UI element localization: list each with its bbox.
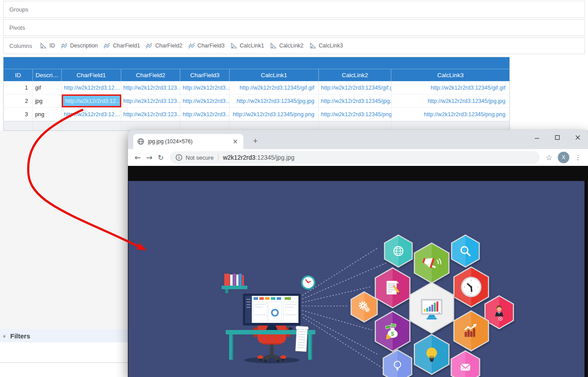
cell-description: gif: [33, 81, 62, 94]
highlighted-cell[interactable]: http://w2k12r2rd3:12…: [62, 94, 121, 107]
column-chip-calclink3[interactable]: CalcLink3: [310, 43, 343, 49]
column-chip-charfield1[interactable]: CharField1: [103, 43, 140, 49]
pivot-data-grid: ID Descri… CharField1 CharField2 CharFie…: [3, 57, 510, 131]
column-header-id[interactable]: ID: [4, 69, 33, 81]
cell-description: jpg: [33, 94, 62, 107]
sparkline-icon: [61, 43, 68, 49]
reload-button[interactable]: ↻: [155, 153, 167, 162]
tab-close-icon[interactable]: ×: [231, 137, 239, 145]
close-icon: [575, 135, 580, 140]
back-button[interactable]: ←: [132, 153, 143, 162]
grid-band-row: [4, 57, 509, 69]
column-header-calclink1[interactable]: CalcLink1: [230, 69, 319, 81]
pivots-label: Pivots: [9, 24, 25, 31]
cell-id: 1: [4, 81, 33, 94]
window-controls: [527, 130, 588, 145]
groups-label: Groups: [9, 6, 28, 13]
cell-link[interactable]: http://w2k12r2rd3:12…: [62, 81, 121, 94]
sparkline-icon: [146, 43, 153, 49]
column-chip-calclink1[interactable]: CalcLink1: [230, 43, 264, 49]
filters-label: Filters: [10, 332, 30, 340]
column-chip-charfield2[interactable]: CharField2: [146, 43, 182, 49]
cell-id: 2: [4, 94, 33, 107]
browser-tab[interactable]: jpg.jpg (1024×576) ×: [133, 134, 243, 149]
globe-favicon: [137, 138, 144, 145]
calc-triangle-icon: [270, 43, 277, 49]
column-chip-id[interactable]: ID: [40, 43, 55, 49]
column-header-calclink2[interactable]: CalcLink2: [319, 69, 392, 81]
minimize-icon: [534, 135, 540, 140]
minimize-button[interactable]: [527, 130, 547, 145]
cell-link[interactable]: http://w2k12r2rd3:123…: [121, 81, 181, 94]
cell-link[interactable]: http://w2k12r2rd3…: [180, 94, 230, 107]
cell-link[interactable]: http://w2k12r2rd3…: [180, 108, 230, 121]
close-button[interactable]: [568, 130, 588, 145]
chip-label: CharField1: [113, 43, 140, 49]
forward-button[interactable]: →: [143, 153, 155, 162]
chip-label: CalcLink2: [279, 43, 304, 49]
chip-label: ID: [49, 43, 55, 49]
address-separator: [218, 154, 219, 161]
cell-link[interactable]: http://w2k12r2rd3:12345/png.png: [230, 108, 319, 121]
jpg-image: [128, 181, 584, 377]
chip-label: CharField2: [155, 43, 182, 49]
envelope-icon: [461, 364, 470, 371]
browser-tab-strip: jpg.jpg (1024×576) × +: [128, 130, 588, 149]
table-row: 3 png http://w2k12r2rd3:12… http://w2k12…: [4, 108, 509, 121]
pivots-drop-area[interactable]: Pivots: [3, 19, 585, 36]
address-bar[interactable]: Not secure w2k12r2rd3 :12345/jpg.jpg: [170, 151, 540, 164]
menu-kebab-icon[interactable]: ⋮: [575, 153, 581, 161]
url-path: :12345/jpg.jpg: [255, 154, 294, 161]
calc-triangle-icon: [40, 43, 47, 49]
sparkline-icon: [188, 43, 195, 49]
grid-header-row: ID Descri… CharField1 CharField2 CharFie…: [4, 69, 509, 81]
cell-link[interactable]: http://w2k12r2rd3:12345/gif.gif: [230, 81, 319, 94]
cell-link[interactable]: http://w2k12r2rd3:12345/jpg.jpg: [230, 94, 319, 107]
columns-drop-area[interactable]: Columns ID Description CharField1 CharFi…: [3, 37, 585, 54]
cell-link[interactable]: http://w2k12r2rd3:12345/png.png: [319, 108, 392, 121]
url-host: w2k12r2rd3: [223, 154, 255, 161]
bookmark-star-icon[interactable]: ☆: [546, 153, 552, 162]
columns-label: Columns: [9, 43, 32, 49]
profile-avatar[interactable]: X: [558, 152, 569, 163]
chip-label: Description: [70, 43, 98, 49]
cell-link[interactable]: http://w2k12r2rd3:12345/png.png: [392, 108, 510, 121]
cell-link[interactable]: http://w2k12r2rd3:123…: [121, 94, 181, 107]
column-chip-list: ID Description CharField1 CharField2 Cha…: [40, 43, 343, 49]
cell-id: 3: [4, 108, 33, 121]
sparkline-icon: [103, 43, 111, 49]
tab-title: jpg.jpg (1024×576): [148, 138, 231, 145]
cell-link[interactable]: http://w2k12r2rd3…: [180, 81, 230, 94]
grid-filler-row: [4, 121, 509, 130]
column-chip-description[interactable]: Description: [61, 43, 98, 49]
cell-link[interactable]: http://w2k12r2rd3:12345/gif.gif: [392, 81, 510, 94]
double-chevron-down-icon: »: [1, 334, 8, 337]
info-icon: [175, 154, 183, 161]
cell-link[interactable]: http://w2k12r2rd3:123…: [121, 108, 181, 121]
cell-link[interactable]: http://w2k12r2rd3:12…: [62, 108, 121, 121]
cell-link[interactable]: http://w2k12r2rd3:12345/jpg.jpg: [392, 94, 510, 107]
browser-content: [128, 166, 588, 377]
cell-link[interactable]: http://w2k12r2rd3:12345/jpg.jpg: [319, 94, 392, 107]
new-tab-button[interactable]: +: [250, 135, 261, 147]
security-label[interactable]: Not secure: [186, 154, 214, 161]
column-chip-charfield3[interactable]: CharField3: [188, 43, 225, 49]
column-header-charfield1[interactable]: CharField1: [62, 69, 121, 81]
clock-icon: [462, 278, 481, 297]
groups-drop-area[interactable]: Groups: [3, 1, 585, 18]
cell-link[interactable]: http://w2k12r2rd3:12345/gif.gif: [319, 81, 392, 94]
column-header-calclink3[interactable]: CalcLink3: [391, 69, 509, 81]
chip-label: CharField3: [198, 43, 225, 49]
column-chip-calclink2[interactable]: CalcLink2: [270, 43, 304, 49]
chip-label: CalcLink3: [319, 43, 343, 49]
cell-description: png: [33, 108, 62, 121]
column-header-charfield2[interactable]: CharField2: [121, 69, 181, 81]
chip-label: CalcLink1: [240, 43, 264, 49]
maximize-button[interactable]: [547, 130, 568, 145]
browser-window: jpg.jpg (1024×576) × + ← → ↻ Not secure …: [128, 130, 588, 377]
column-header-description[interactable]: Descri…: [33, 69, 62, 81]
table-row: 2 jpg http://w2k12r2rd3:12… http://w2k12…: [4, 94, 509, 108]
column-header-charfield3[interactable]: CharField3: [180, 69, 230, 81]
calc-triangle-icon: [230, 43, 238, 49]
table-row: 1 gif http://w2k12r2rd3:12… http://w2k12…: [4, 81, 509, 94]
